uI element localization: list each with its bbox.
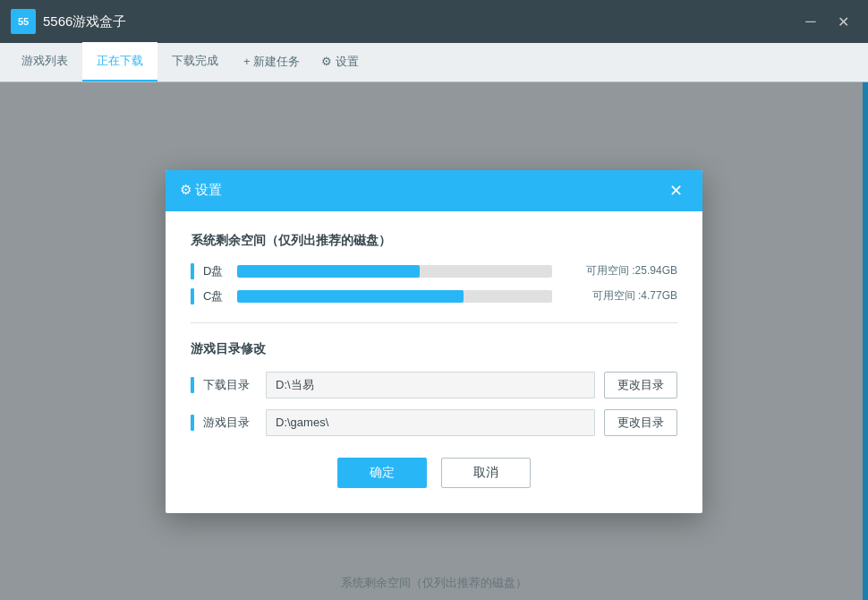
dir-row-download: 下载目录 更改目录	[191, 372, 677, 399]
disk-bar-fill-c	[237, 290, 464, 303]
title-bar-left: 55 5566游戏盒子	[11, 9, 126, 34]
title-bar-right: ─ ✕	[796, 9, 857, 34]
section-divider	[191, 322, 677, 323]
disk-section-title: 系统剩余空间（仅列出推荐的磁盘）	[191, 233, 677, 249]
change-download-dir-button[interactable]: 更改目录	[604, 372, 677, 399]
app-title: 5566游戏盒子	[43, 13, 126, 30]
disk-row-d: D盘 可用空间 :25.94GB	[191, 263, 677, 279]
game-dir-input[interactable]	[266, 409, 595, 436]
minimize-button[interactable]: ─	[796, 9, 825, 34]
disk-label-c: C盘	[203, 288, 228, 304]
settings-dialog: ⚙ 设置 ✕ 系统剩余空间（仅列出推荐的磁盘） D盘 可用空间 :25.94G	[166, 170, 702, 513]
content-area: 系统剩余空间（仅列出推荐的磁盘） ⚙ 设置 ✕ 系统剩余空间（仅列出推荐的磁盘）	[0, 82, 868, 600]
disk-bar-fill-d	[237, 265, 420, 278]
dialog-close-button[interactable]: ✕	[664, 179, 688, 202]
tab-game-list[interactable]: 游戏列表	[7, 42, 82, 81]
close-button[interactable]: ✕	[829, 9, 857, 34]
disk-row-c: C盘 可用空间 :4.77GB	[191, 288, 677, 304]
dir-label-download: 下载目录	[203, 377, 257, 393]
dialog-header: ⚙ 设置 ✕	[166, 170, 702, 211]
nav-bar: 游戏列表 正在下载 下载完成 + 新建任务 ⚙ 设置	[0, 43, 868, 82]
new-task-button[interactable]: + 新建任务	[233, 42, 311, 81]
disk-space-d: 可用空间 :25.94GB	[561, 263, 677, 279]
dir-label-game: 游戏目录	[203, 415, 257, 431]
disk-bar-track-d	[237, 265, 552, 278]
disk-label-d: D盘	[203, 263, 228, 279]
disk-space-c: 可用空间 :4.77GB	[561, 288, 677, 304]
download-dir-input[interactable]	[266, 372, 595, 399]
disk-bar-track-c	[237, 290, 552, 303]
dialog-actions: 确定 取消	[191, 458, 677, 488]
disk-indicator-d	[191, 263, 194, 279]
dir-indicator-download	[191, 377, 194, 393]
settings-button[interactable]: ⚙ 设置	[311, 42, 370, 81]
dialog-body: 系统剩余空间（仅列出推荐的磁盘） D盘 可用空间 :25.94GB C盘	[166, 211, 702, 513]
disk-indicator-c	[191, 288, 194, 304]
app-window: 55 5566游戏盒子 ─ ✕ 游戏列表 正在下载 下载完成 + 新建任务 ⚙ …	[0, 0, 868, 600]
confirm-button[interactable]: 确定	[337, 458, 427, 488]
tab-downloading[interactable]: 正在下载	[82, 42, 157, 81]
dir-section-title: 游戏目录修改	[191, 341, 677, 357]
cancel-button[interactable]: 取消	[441, 458, 531, 488]
title-bar: 55 5566游戏盒子 ─ ✕	[0, 0, 868, 43]
tab-download-complete[interactable]: 下载完成	[157, 42, 233, 81]
dialog-title: ⚙ 设置	[180, 182, 222, 199]
dialog-overlay: ⚙ 设置 ✕ 系统剩余空间（仅列出推荐的磁盘） D盘 可用空间 :25.94G	[0, 82, 868, 600]
app-logo: 55	[11, 9, 36, 34]
dir-row-game: 游戏目录 更改目录	[191, 409, 677, 436]
dir-indicator-game	[191, 415, 194, 431]
change-game-dir-button[interactable]: 更改目录	[604, 409, 677, 436]
